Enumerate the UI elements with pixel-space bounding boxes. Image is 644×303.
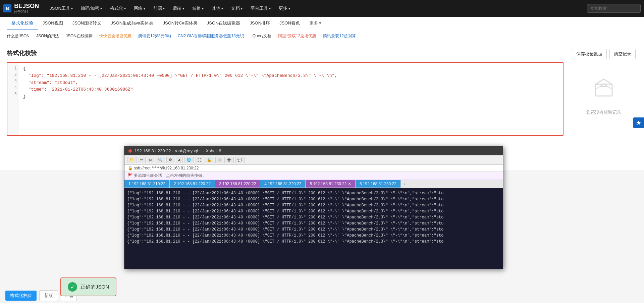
xshell-btn-lock[interactable]: 🔒 bbox=[205, 157, 214, 163]
xshell-ssh-address: ssh://root:******@192.168.81.230:22 bbox=[134, 166, 199, 170]
logo-name: BEJSON bbox=[14, 3, 39, 9]
star-button[interactable]: ★ bbox=[633, 117, 644, 128]
link-cn2[interactable]: CN2 GIA香港/美国服务器低至13元/月 bbox=[178, 33, 245, 39]
nav-format[interactable]: 格式化 ▾ bbox=[106, 0, 130, 17]
panel-buttons: 保存校验数据 清空记录 bbox=[570, 49, 637, 59]
logo-subtitle: 始于2011 bbox=[14, 10, 39, 14]
line-num-5: 5 bbox=[9, 91, 17, 98]
code-line-5: } bbox=[23, 93, 559, 100]
line-numbers: 1 2 3 4 5 bbox=[7, 63, 19, 135]
page-title: 格式化校验 bbox=[7, 49, 564, 57]
tab-json-view[interactable]: JSON视图 bbox=[38, 17, 68, 30]
svg-rect-0 bbox=[595, 84, 612, 96]
xshell-btn-folder[interactable]: 📁 bbox=[127, 157, 137, 163]
nav-convert[interactable]: 转换 ▾ bbox=[188, 0, 208, 17]
code-line-3: "stream": "stdout", bbox=[23, 80, 559, 87]
xshell-btn-pencil[interactable]: ✏ bbox=[138, 157, 146, 163]
nav-items: JSON工具 ▾ 编码/加密 ▾ 格式化 ▾ 网络 ▾ 前端 ▾ 后端 ▾ 转换… bbox=[46, 0, 587, 17]
tab-format-check[interactable]: 格式化校验 bbox=[7, 17, 38, 30]
window-close-dot bbox=[128, 149, 132, 153]
link-what-is-json[interactable]: 什么是JSON bbox=[7, 33, 30, 39]
xshell-title: 192.168.81.230:22 - root@mysql:~ - Xshel… bbox=[135, 148, 221, 153]
tab-json-compress[interactable]: JSON压缩转义 bbox=[68, 17, 106, 30]
top-navigation: B BEJSON 始于2011 JSON工具 ▾ 编码/加密 ▾ 格式化 ▾ 网… bbox=[0, 0, 644, 17]
tab-json-sort[interactable]: JSON排序 bbox=[245, 17, 275, 30]
logo[interactable]: B BEJSON 始于2011 bbox=[3, 3, 39, 14]
tab-json-color[interactable]: JSON着色 bbox=[275, 17, 305, 30]
line-num-4: 4 bbox=[9, 85, 17, 91]
xshell-btn-expand[interactable]: ⛶ bbox=[195, 157, 203, 163]
nav-frontend[interactable]: 前端 ▾ bbox=[149, 0, 169, 17]
xshell-btn-copy[interactable]: ⧉ bbox=[147, 157, 154, 163]
nav-encode[interactable]: 编码/加密 ▾ bbox=[77, 0, 106, 17]
sub-navigation: 格式化校验 JSON视图 JSON压缩转义 JSON生成Java实体类 JSON… bbox=[0, 17, 644, 30]
link-jquery-docs[interactable]: jQuery文档 bbox=[252, 33, 271, 39]
nav-network[interactable]: 网络 ▾ bbox=[130, 0, 149, 17]
empty-box-icon bbox=[590, 72, 617, 99]
code-editor[interactable]: 1 2 3 4 5 { "log": "192.168.81.210 - - [… bbox=[7, 62, 564, 136]
nav-platform[interactable]: 平台工具 ▾ bbox=[247, 0, 275, 17]
lock-icon: 🔒 bbox=[128, 166, 133, 170]
xshell-ssh-info: 🔒 ssh://root:******@192.168.81.230:22 bbox=[124, 165, 503, 170]
nav-json-tools[interactable]: JSON工具 ▾ bbox=[46, 0, 77, 17]
line-num-2: 2 bbox=[9, 72, 17, 78]
xshell-btn-settings[interactable]: ⚙ bbox=[166, 157, 174, 163]
link-aliyun[interactable]: 阿里*云双12返场优惠 bbox=[278, 33, 316, 39]
code-content[interactable]: { "log": "192.168.81.210 - - [22/Jan/202… bbox=[19, 63, 563, 135]
tab-json-editor[interactable]: JSON在线编辑器 bbox=[202, 17, 245, 30]
code-line-2: "log": "192.168.81.210 - - [22/Jan/2021:… bbox=[23, 72, 559, 80]
clear-button[interactable]: 清空记录 bbox=[609, 49, 636, 59]
xshell-btn-chat[interactable]: 💬 bbox=[235, 157, 245, 163]
tab-json-java[interactable]: JSON生成Java实体类 bbox=[106, 17, 158, 30]
link-cloud-deal[interactable]: 快快云全场巨优惠 bbox=[99, 33, 131, 39]
logo-text-group: BEJSON 始于2011 bbox=[14, 3, 39, 14]
nav-backend[interactable]: 后端 ▾ bbox=[169, 0, 188, 17]
save-button[interactable]: 保存校验数据 bbox=[572, 49, 607, 59]
line-num-1: 1 bbox=[9, 65, 17, 72]
xshell-btn-plus[interactable]: ➕ bbox=[224, 157, 234, 163]
search-input[interactable] bbox=[587, 4, 641, 13]
empty-text: 您还没有校验记录 bbox=[586, 109, 621, 115]
code-line-1: { bbox=[23, 65, 559, 72]
code-line-4: "time": "2021-01-22T06:43:40.360016986Z" bbox=[23, 86, 559, 93]
link-json-editor[interactable]: JSON在线编辑 bbox=[66, 33, 93, 39]
link-json-usage[interactable]: JSON的用法 bbox=[36, 33, 59, 39]
xshell-btn-globe[interactable]: 🌐 bbox=[184, 157, 194, 163]
tab-more[interactable]: 更多 ▾ bbox=[305, 17, 326, 30]
links-bar: 什么是JSON JSON的用法 JSON在线编辑 快快云全场巨优惠 腾讯云12(… bbox=[0, 30, 644, 42]
xshell-btn-search[interactable]: 🔍 bbox=[156, 157, 165, 163]
link-tencent-double12[interactable]: 腾讯云双12超划算 bbox=[323, 33, 356, 39]
line-num-3: 3 bbox=[9, 78, 17, 85]
xshell-btn-grid[interactable]: ⊞ bbox=[215, 157, 223, 163]
tab-json-csharp[interactable]: JSON转C#实体类 bbox=[158, 17, 202, 30]
xshell-window[interactable]: 192.168.81.230:22 - root@mysql:~ - Xshel… bbox=[124, 146, 503, 170]
xshell-titlebar: 192.168.81.230:22 - root@mysql:~ - Xshel… bbox=[124, 146, 503, 155]
nav-docs[interactable]: 文档 ▾ bbox=[227, 0, 247, 17]
xshell-toolbar: 📁 ✏ ⧉ 🔍 ⚙ A 🌐 ⛶ 🔒 ⊞ ➕ 💬 bbox=[124, 155, 503, 165]
link-tencent-cloud[interactable]: 腾讯云12(88元/年) bbox=[138, 33, 171, 39]
right-panel: 保存校验数据 清空记录 您还没有校验记录 bbox=[570, 49, 637, 163]
xshell-btn-font[interactable]: A bbox=[176, 157, 183, 163]
logo-box: B bbox=[3, 4, 11, 13]
nav-other[interactable]: 其他 ▾ bbox=[208, 0, 227, 17]
nav-more[interactable]: 更多 ▾ bbox=[275, 0, 294, 17]
